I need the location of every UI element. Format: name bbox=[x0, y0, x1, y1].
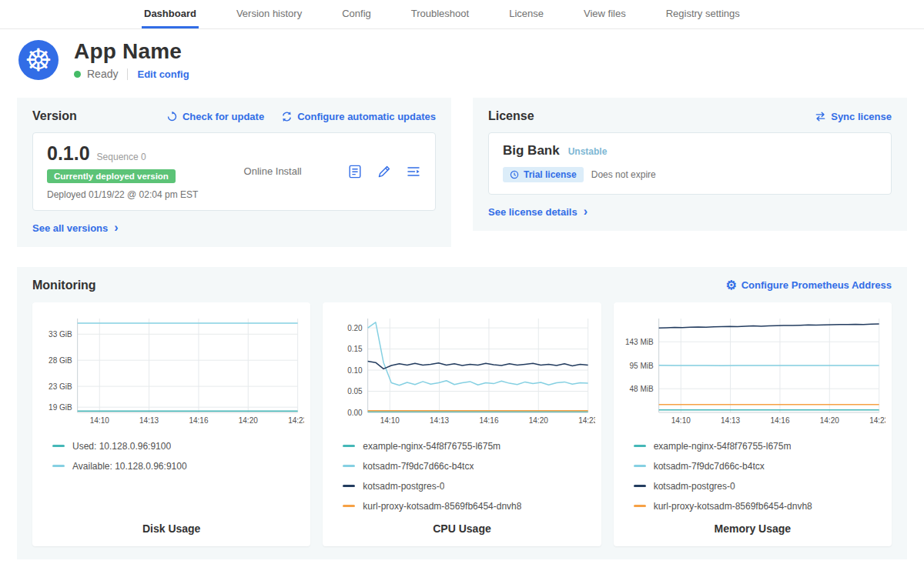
cpu-usage-legend: example-nginx-54f8f76755-l675m kotsadm-7… bbox=[329, 432, 594, 512]
legend-label: kurl-proxy-kotsadm-8569fb6454-dnvh8 bbox=[654, 501, 812, 512]
sync-license-label: Sync license bbox=[831, 111, 892, 122]
legend-label: example-nginx-54f8f76755-l675m bbox=[654, 441, 792, 452]
svg-text:14:20: 14:20 bbox=[529, 416, 548, 425]
legend-swatch bbox=[634, 485, 646, 487]
trial-license-label: Trial license bbox=[524, 169, 577, 180]
memory-usage-legend: example-nginx-54f8f76755-l675m kotsadm-7… bbox=[620, 432, 886, 512]
legend-swatch bbox=[634, 445, 646, 447]
svg-text:28 GiB: 28 GiB bbox=[49, 355, 72, 364]
panels-row: Version Check for update bbox=[17, 98, 907, 247]
license-expiration: Does not expire bbox=[591, 169, 656, 180]
version-info: 0.1.0 Sequence 0 Currently deployed vers… bbox=[47, 142, 198, 200]
monitoring-title: Monitoring bbox=[32, 279, 96, 292]
sync-license-link[interactable]: Sync license bbox=[815, 111, 892, 122]
legend-item: kotsadm-postgres-0 bbox=[634, 481, 886, 492]
deployed-status-badge: Currently deployed version bbox=[47, 169, 176, 183]
svg-text:0.10: 0.10 bbox=[348, 365, 363, 374]
sync-arrows-icon bbox=[815, 111, 826, 122]
see-all-versions-label: See all versions bbox=[32, 222, 108, 234]
chart-title: Memory Usage bbox=[620, 512, 886, 535]
tab-dashboard[interactable]: Dashboard bbox=[142, 0, 199, 28]
deployed-timestamp: Deployed 01/19/22 @ 02:04 pm EST bbox=[47, 189, 198, 200]
channel-label: Unstable bbox=[568, 146, 608, 157]
legend-label: kotsadm-7f9dc7d66c-b4tcx bbox=[363, 461, 474, 472]
version-panel: Version Check for update bbox=[17, 98, 451, 247]
svg-text:14:13: 14:13 bbox=[430, 416, 449, 425]
legend-label: example-nginx-54f8f76755-l675m bbox=[363, 441, 500, 452]
legend-swatch bbox=[52, 445, 65, 447]
see-all-versions-link[interactable]: See all versions › bbox=[32, 222, 119, 234]
legend-label: kotsadm-postgres-0 bbox=[654, 481, 735, 492]
memory-usage-card: 48 MiB95 MiB143 MiB14:1014:1314:1614:201… bbox=[614, 302, 892, 546]
configure-automatic-updates-label: Configure automatic updates bbox=[297, 111, 436, 122]
divider bbox=[127, 68, 128, 80]
clock-icon bbox=[510, 170, 519, 179]
cpu-usage-chart: 0.000.050.100.150.2014:1014:1314:1614:20… bbox=[329, 312, 594, 428]
sequence-label: Sequence 0 bbox=[97, 152, 146, 162]
trial-license-badge: Trial license bbox=[503, 167, 584, 182]
see-license-details-link[interactable]: See license details › bbox=[488, 205, 588, 218]
helm-wheel-glyph: ☸ bbox=[25, 45, 52, 75]
svg-text:48 MiB: 48 MiB bbox=[629, 384, 653, 392]
ready-status-dot-icon bbox=[74, 71, 81, 78]
legend-item: example-nginx-54f8f76755-l675m bbox=[343, 441, 594, 452]
svg-text:14:23: 14:23 bbox=[869, 416, 886, 425]
chevron-right-icon: › bbox=[584, 205, 588, 218]
admin-console-page: Dashboard Version history Config Trouble… bbox=[0, 0, 924, 574]
tab-registry-settings[interactable]: Registry settings bbox=[664, 0, 742, 28]
configure-prometheus-label: Configure Prometheus Address bbox=[742, 279, 892, 291]
gear-icon: ⚙ bbox=[725, 279, 736, 292]
license-card: Big Bank Unstable Trial license Does n bbox=[488, 132, 892, 195]
auto-update-cycle-icon bbox=[281, 111, 293, 122]
svg-text:0.05: 0.05 bbox=[348, 387, 363, 395]
tab-config[interactable]: Config bbox=[340, 0, 373, 28]
legend-item: Used: 10.128.0.96:9100 bbox=[52, 441, 304, 452]
svg-text:0.20: 0.20 bbox=[348, 323, 363, 332]
svg-text:14:16: 14:16 bbox=[770, 416, 789, 425]
configure-prometheus-link[interactable]: ⚙ Configure Prometheus Address bbox=[725, 279, 892, 292]
monitoring-panel: Monitoring ⚙ Configure Prometheus Addres… bbox=[17, 267, 907, 559]
tab-version-history[interactable]: Version history bbox=[234, 0, 304, 28]
check-for-update-link[interactable]: Check for update bbox=[166, 111, 264, 122]
top-nav: Dashboard Version history Config Trouble… bbox=[0, 0, 924, 29]
legend-swatch bbox=[634, 505, 646, 507]
configure-automatic-updates-link[interactable]: Configure automatic updates bbox=[281, 111, 436, 122]
version-panel-title: Version bbox=[32, 109, 77, 123]
release-notes-icon[interactable] bbox=[347, 164, 363, 179]
legend-swatch bbox=[634, 465, 646, 467]
install-type-label: Online Install bbox=[244, 165, 302, 177]
svg-text:14:13: 14:13 bbox=[139, 416, 159, 425]
legend-swatch bbox=[52, 465, 65, 467]
legend-swatch bbox=[343, 505, 355, 507]
charts-row: 19 GiB23 GiB28 GiB33 GiB14:1014:1314:161… bbox=[32, 302, 892, 546]
edit-config-icon[interactable] bbox=[377, 164, 392, 179]
svg-text:143 MiB: 143 MiB bbox=[625, 337, 654, 345]
legend-item: kotsadm-postgres-0 bbox=[343, 481, 594, 492]
svg-text:14:23: 14:23 bbox=[578, 416, 594, 425]
tab-troubleshoot[interactable]: Troubleshoot bbox=[409, 0, 471, 28]
svg-text:23 GiB: 23 GiB bbox=[49, 382, 72, 390]
disk-usage-card: 19 GiB23 GiB28 GiB33 GiB14:1014:1314:161… bbox=[32, 302, 310, 546]
tab-license[interactable]: License bbox=[507, 0, 546, 28]
memory-usage-chart: 48 MiB95 MiB143 MiB14:1014:1314:1614:201… bbox=[620, 312, 886, 428]
legend-label: kotsadm-postgres-0 bbox=[363, 481, 444, 492]
svg-text:14:13: 14:13 bbox=[721, 416, 740, 425]
edit-config-link[interactable]: Edit config bbox=[137, 68, 189, 80]
view-logs-icon[interactable] bbox=[406, 164, 421, 179]
chevron-right-icon: › bbox=[114, 222, 118, 234]
svg-text:14:23: 14:23 bbox=[288, 416, 304, 425]
svg-text:33 GiB: 33 GiB bbox=[49, 329, 72, 338]
tab-view-files[interactable]: View files bbox=[581, 0, 628, 28]
license-panel: License Sync license Big Bank Unstable bbox=[473, 98, 907, 231]
legend-item: kurl-proxy-kotsadm-8569fb6454-dnvh8 bbox=[343, 501, 594, 512]
svg-text:14:16: 14:16 bbox=[189, 416, 208, 425]
chart-title: CPU Usage bbox=[329, 512, 594, 535]
app-status-text: Ready bbox=[87, 68, 118, 80]
legend-item: kotsadm-7f9dc7d66c-b4tcx bbox=[343, 461, 594, 472]
legend-label: kotsadm-7f9dc7d66c-b4tcx bbox=[654, 461, 765, 472]
svg-text:19 GiB: 19 GiB bbox=[49, 402, 72, 411]
refresh-icon bbox=[166, 111, 178, 122]
svg-text:14:20: 14:20 bbox=[819, 416, 839, 425]
chart-title: Disk Usage bbox=[38, 512, 304, 535]
svg-text:14:10: 14:10 bbox=[380, 416, 400, 425]
